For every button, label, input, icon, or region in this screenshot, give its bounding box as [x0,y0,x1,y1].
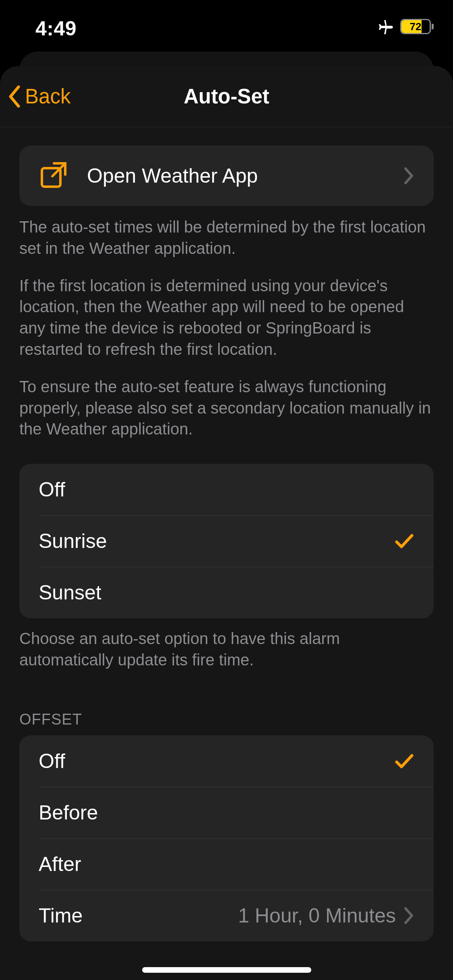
description-p1: The auto-set times will be determined by… [19,216,434,259]
battery-percent: 72 [400,19,431,34]
checkmark-icon [394,531,414,551]
back-label: Back [25,84,70,108]
battery-indicator: 72 [400,19,434,34]
weather-description: The auto-set times will be determined by… [0,206,453,440]
autoset-option-sunset[interactable]: Sunset [19,567,434,618]
weather-app-group: Open Weather App [19,146,434,206]
autoset-option-off[interactable]: Off [19,464,434,515]
external-link-icon [39,160,68,191]
navigation-bar: Back Auto-Set [0,66,453,127]
checkmark-icon [394,751,414,771]
back-button[interactable]: Back [7,66,70,127]
status-right: 72 [377,17,434,36]
home-indicator[interactable] [142,967,311,973]
offset-option-off[interactable]: Off [19,735,434,787]
airplane-mode-icon [377,17,395,36]
page-title: Auto-Set [184,84,269,108]
offset-time-button[interactable]: Time 1 Hour, 0 Minutes [19,890,434,941]
offset-option-after[interactable]: After [19,838,434,890]
settings-sheet: Back Auto-Set Open Weather App [0,66,453,980]
open-weather-label: Open Weather App [87,164,403,187]
open-weather-app-button[interactable]: Open Weather App [19,146,434,206]
description-p3: To ensure the auto-set feature is always… [19,376,434,440]
chevron-left-icon [7,84,23,109]
offset-group: Off Before After Time 1 Hour, 0 Minutes [19,735,434,941]
autoset-footer: Choose an auto-set option to have this a… [0,618,453,671]
chevron-right-icon [403,167,414,185]
autoset-option-sunrise[interactable]: Sunrise [19,515,434,567]
description-p2: If the first location is determined usin… [19,275,434,360]
status-bar: 4:49 72 [0,0,453,44]
offset-option-before[interactable]: Before [19,787,434,838]
status-time: 4:49 [35,17,77,40]
content-scroll[interactable]: Open Weather App The auto-set times will… [0,127,453,980]
autoset-mode-group: Off Sunrise Sunset [19,464,434,618]
offset-time-value: 1 Hour, 0 Minutes [238,904,396,927]
chevron-right-icon [403,907,414,924]
offset-header: OFFSET [0,671,453,735]
